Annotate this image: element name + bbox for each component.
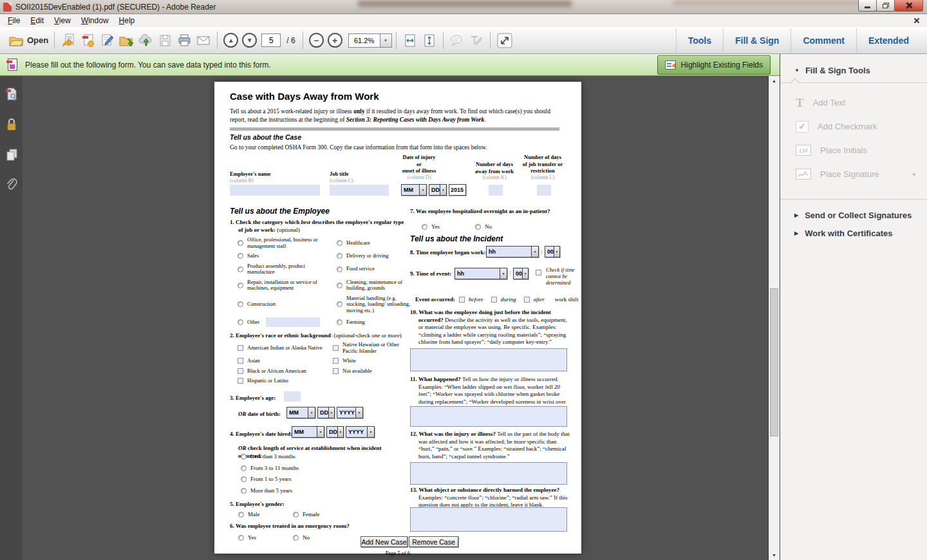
radio-icon[interactable] [422,224,427,230]
chevron-down-icon[interactable]: ▼ [317,427,324,437]
menu-file[interactable]: File [3,15,25,26]
radio-option[interactable]: Product assembly, product manufacture [238,263,332,275]
er-no-option[interactable]: No [293,535,310,541]
radio-option[interactable]: Material handling (e.g. stocking, loadin… [337,295,415,314]
fill-sign-tools-header[interactable]: ▼ Fill & Sign Tools [780,63,927,77]
chevron-down-icon[interactable]: ▼ [500,268,507,279]
radio-icon[interactable] [337,283,342,288]
began-work-minute-select[interactable]: 00▼ [545,246,560,257]
highlight-existing-fields-button[interactable]: Highlight Existing Fields [657,55,771,75]
radio-option[interactable]: More than 5 years [241,488,299,494]
checkbox-option[interactable]: Native Hawaiian or Other Pacific Islande… [333,342,415,354]
email-button[interactable] [194,30,213,51]
fit-page-button[interactable] [420,30,439,51]
hospitalized-yes-option[interactable]: Yes [422,224,440,230]
minimize-button[interactable] [858,0,877,12]
zoom-level-value[interactable]: 61.2% [348,33,380,48]
question-13-textarea[interactable] [410,507,567,532]
question-10-textarea[interactable] [410,348,567,371]
radio-option[interactable]: Construction [238,301,332,308]
menu-window[interactable]: Window [76,15,114,26]
checkbox-icon[interactable] [238,358,243,364]
previous-page-button[interactable]: ▲ [223,33,238,48]
radio-icon[interactable] [238,535,244,541]
radio-icon[interactable] [238,266,243,272]
radio-icon[interactable] [238,240,243,246]
radio-icon[interactable] [337,266,342,272]
menu-edit[interactable]: Edit [25,15,49,26]
hired-year-select[interactable]: YYYY▼ [346,426,375,438]
upload-cloud-button[interactable] [136,30,155,51]
chevron-down-icon[interactable]: ▼ [355,407,362,418]
radio-icon[interactable] [337,301,342,307]
began-work-hour-select[interactable]: hh▼ [486,246,539,257]
question-11-textarea[interactable] [410,406,567,427]
radio-icon[interactable] [238,512,244,518]
chevron-down-icon[interactable]: ▼ [419,185,426,195]
radio-icon[interactable] [475,224,481,230]
other-text-field[interactable] [266,317,320,327]
close-button[interactable] [894,0,923,12]
radio-icon[interactable] [337,240,342,246]
event-hour-select[interactable]: hh▼ [454,268,507,279]
radio-icon[interactable] [241,488,247,494]
hospitalized-no-option[interactable]: No [475,224,492,230]
open-button[interactable]: Open [6,30,50,51]
radio-icon[interactable] [238,301,243,307]
radio-option[interactable]: From 3 to 11 months [241,465,299,472]
radio-icon[interactable] [238,253,243,259]
add-new-case-button[interactable]: Add New Case [360,536,407,547]
fill-sign-pane-link[interactable]: Fill & Sign [724,35,791,46]
scrollbar-thumb[interactable] [770,288,778,436]
reading-mode-button[interactable] [494,30,515,51]
radio-option[interactable]: From 1 to 5 years [241,476,299,483]
during-checkbox[interactable] [491,297,497,303]
send-collect-signatures-section[interactable]: ▶ Send or Collect Signatures [780,206,927,224]
chevron-down-icon[interactable]: ▼ [440,185,446,195]
birth-day-select[interactable]: DD▼ [317,407,335,418]
restore-button[interactable] [876,0,895,12]
employee-name-field[interactable] [230,185,320,196]
radio-icon[interactable] [293,535,299,541]
radio-option[interactable]: Sales [238,253,332,259]
job-transfer-field[interactable] [537,185,551,196]
scroll-down-icon[interactable]: ▼ [769,553,780,557]
injury-month-select[interactable]: MM▼ [401,184,427,196]
pages-panel-button[interactable] [5,147,19,162]
injury-day-select[interactable]: DD▼ [429,184,447,196]
fit-width-button[interactable] [400,30,420,51]
checkbox-option[interactable]: American Indian or Alaska Native [238,345,328,351]
radio-option[interactable]: Office, professional, business or manage… [238,237,332,249]
er-yes-option[interactable]: Yes [238,535,256,541]
sign-document-button[interactable] [97,30,117,51]
radio-icon[interactable] [293,512,299,518]
radio-option[interactable]: Healthcare [337,240,415,247]
time-undetermined-checkbox[interactable] [536,270,541,275]
zoom-out-button[interactable]: − [309,33,324,48]
share-file-button[interactable] [59,30,78,51]
tools-pane-link[interactable]: Tools [677,35,723,46]
checkbox-option[interactable]: Asian [238,358,328,364]
after-checkbox[interactable] [524,297,530,303]
page-thumbnails-button[interactable] [5,86,19,102]
before-checkbox[interactable] [459,297,465,303]
security-settings-button[interactable] [5,117,19,132]
menu-help[interactable]: Help [114,15,140,26]
radio-icon[interactable] [241,454,247,460]
page-number-input[interactable] [261,33,281,47]
hired-month-select[interactable]: MM▼ [292,426,324,438]
checkbox-icon[interactable] [333,368,339,374]
checkbox-option[interactable]: Hispanic or Latino [238,378,328,384]
remove-case-button[interactable]: Remove Case [409,536,458,547]
chevron-down-icon[interactable]: ▼ [337,427,343,437]
radio-icon[interactable] [337,253,342,259]
radio-option-other[interactable]: Other [238,317,332,327]
next-page-button[interactable]: ▼ [242,33,257,48]
checkbox-icon[interactable] [333,345,339,351]
chevron-down-icon[interactable]: ▼ [554,247,559,257]
checkbox-icon[interactable] [238,378,243,384]
radio-icon[interactable] [238,283,243,288]
radio-option[interactable]: Delivery or driving [337,253,415,259]
radio-option[interactable]: Less than 3 months [241,454,299,460]
zoom-dropdown-button[interactable]: ▼ [380,33,392,48]
